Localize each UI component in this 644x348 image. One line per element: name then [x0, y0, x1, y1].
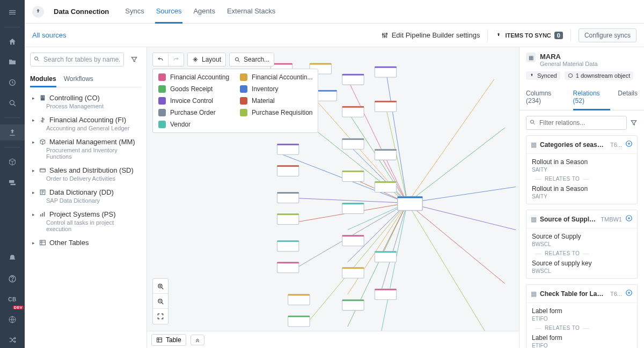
zoom-out-button[interactable]	[153, 294, 168, 309]
graph-node[interactable]	[342, 235, 364, 246]
module-item[interactable]: ▸Financial Accounting (FI)Accounting and…	[30, 113, 141, 135]
legend-item[interactable]: Financial Accountin...	[240, 73, 312, 81]
nav-tab-syncs[interactable]: Syncs	[124, 0, 145, 24]
items-to-sync[interactable]: ITEMS TO SYNC 0	[495, 32, 563, 39]
legend-item[interactable]: Purchase Requisition	[240, 109, 312, 116]
legend-swatch	[158, 85, 166, 93]
graph-node[interactable]	[375, 289, 396, 300]
zoom-in-button[interactable]	[153, 279, 168, 294]
configure-syncs-button[interactable]: Configure syncs	[579, 28, 636, 42]
graph-node[interactable]	[342, 106, 364, 117]
panel-tab-modules[interactable]: Modules	[30, 72, 56, 87]
rail-menu-icon[interactable]	[0, 4, 25, 20]
fit-view-button[interactable]	[153, 309, 168, 324]
svg-rect-55	[277, 144, 298, 154]
rail-cube-icon[interactable]	[0, 154, 25, 170]
rail-folder-icon[interactable]	[0, 54, 25, 70]
legend-item[interactable]: Financial Accounting	[158, 73, 229, 81]
graph-node[interactable]	[277, 144, 298, 154]
canvas-search-button[interactable]: Search...	[230, 53, 274, 66]
rail-layers-icon[interactable]	[0, 174, 25, 190]
module-label: Project Systems (PS)	[49, 210, 116, 218]
graph-node[interactable]	[375, 101, 396, 112]
legend-item[interactable]: Invoice Control	[158, 97, 229, 105]
graph-node[interactable]	[277, 165, 298, 176]
undo-button[interactable]	[153, 53, 169, 66]
graph-node[interactable]	[342, 203, 364, 214]
rail-home-icon[interactable]	[0, 34, 25, 50]
entity-name: General Material Data	[540, 61, 598, 67]
rail-help-icon[interactable]	[0, 271, 25, 287]
svg-rect-91	[375, 66, 396, 77]
graph-node[interactable]	[342, 171, 364, 181]
panel-tab-workflows[interactable]: Workflows	[64, 72, 93, 87]
top-bar: Data Connection SyncsSourcesAgentsExtern…	[25, 0, 644, 24]
graph-node[interactable]	[288, 294, 310, 305]
graph-node[interactable]	[375, 181, 396, 192]
rail-shuffle-icon[interactable]	[0, 332, 25, 348]
rail-user-icon[interactable]: CBDEV	[0, 291, 25, 307]
legend-item[interactable]: Purchase Order	[158, 109, 229, 116]
redo-button[interactable]	[169, 53, 184, 66]
legend-item[interactable]: Material	[240, 97, 312, 105]
graph-node[interactable]	[375, 66, 396, 77]
rail-history-icon[interactable]	[0, 75, 25, 91]
details-tab[interactable]: Relations (52)	[573, 85, 611, 110]
relation-to-label: Rollout in a Season	[532, 185, 632, 192]
downstream-pill[interactable]: 1 downstream object	[565, 71, 634, 80]
add-relation-button[interactable]	[625, 289, 633, 298]
search-icon	[529, 119, 536, 127]
graph-node[interactable]	[277, 241, 298, 251]
module-item[interactable]: ▸Data Dictionary (DD)SAP Data Dictionary	[30, 185, 141, 207]
graph-node[interactable]	[375, 149, 396, 160]
module-item[interactable]: ▸Sales and Distribution (SD)Order to Del…	[30, 163, 141, 185]
nav-tab-external-stacks[interactable]: External Stacks	[226, 0, 276, 24]
nav-tab-sources[interactable]: Sources	[155, 0, 183, 24]
legend-item[interactable]: Vendor	[158, 121, 229, 128]
add-relation-button[interactable]	[625, 140, 633, 149]
legend-item[interactable]: Inventory	[240, 85, 312, 93]
relation-card-code: T6...	[610, 142, 622, 148]
graph-node[interactable]	[288, 316, 310, 327]
rail-upload-icon[interactable]	[0, 124, 25, 140]
svg-line-42	[407, 128, 505, 203]
svg-rect-53	[315, 90, 336, 101]
legend-item[interactable]: Goods Receipt	[158, 85, 229, 93]
graph-node[interactable]	[315, 90, 336, 101]
edit-pipeline-link[interactable]: Edit Pipeline Builder settings	[381, 31, 480, 39]
collapse-up-button[interactable]	[191, 335, 204, 345]
module-item[interactable]: ▸Other Tables	[30, 235, 141, 250]
graph-node[interactable]	[277, 262, 298, 273]
filter-icon[interactable]	[630, 116, 638, 130]
relations-filter-input[interactable]	[526, 116, 627, 130]
svg-point-5	[382, 34, 383, 35]
graph-node[interactable]	[342, 268, 364, 278]
table-search-input[interactable]	[30, 53, 124, 66]
graph-node[interactable]	[375, 251, 396, 262]
module-item[interactable]: ▸Material Management (MM)Procurement and…	[30, 135, 141, 163]
details-tab[interactable]: Columns (234)	[526, 85, 566, 110]
graph-node[interactable]	[277, 192, 298, 203]
app-brand-icon	[32, 6, 44, 18]
details-panel: ▦ MARA General Material Data Synced 1 do…	[519, 47, 644, 348]
details-tab[interactable]: Details	[618, 85, 638, 110]
layout-button[interactable]: Layout	[188, 53, 225, 66]
graph-canvas[interactable]: Layout Search... Financial AccountingFin…	[147, 47, 519, 348]
nav-tab-agents[interactable]: Agents	[192, 0, 216, 24]
module-item[interactable]: ▸Project Systems (PS)Control all tasks i…	[30, 207, 141, 235]
rail-globe-icon[interactable]	[0, 312, 25, 328]
graph-node[interactable]	[342, 300, 364, 310]
rail-notifications-icon[interactable]	[0, 250, 25, 266]
table-view-button[interactable]: Table	[151, 334, 186, 346]
add-relation-button[interactable]	[625, 214, 633, 224]
relation-card: ▦ Check Table for Label Sh... T6... Labe…	[526, 284, 638, 348]
rail-search-icon[interactable]	[0, 95, 25, 111]
graph-node[interactable]	[342, 138, 364, 149]
svg-rect-68	[288, 294, 310, 296]
filter-icon[interactable]	[127, 53, 141, 66]
module-icon	[39, 138, 46, 145]
module-item[interactable]: ▸Controlling (CO)Process Management	[30, 91, 141, 113]
graph-node[interactable]	[277, 214, 298, 225]
graph-node[interactable]	[342, 74, 364, 85]
module-label: Data Dictionary (DD)	[49, 188, 114, 196]
